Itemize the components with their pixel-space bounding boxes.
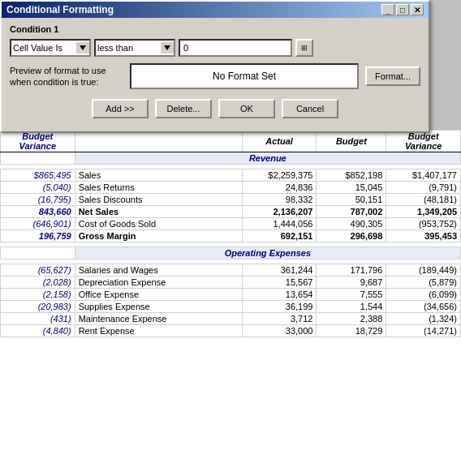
desc: Rent Expense (75, 325, 242, 337)
spreadsheet: BudgetVariance Actual Budget BudgetVaria… (0, 130, 461, 476)
preview-box: No Format Set (130, 63, 359, 89)
desc: Gross Margin (75, 230, 242, 242)
actual: 361,244 (242, 264, 317, 277)
dialog-footer: Add >> Delete... OK Cancel (10, 96, 420, 125)
variance-left: (16,795) (1, 194, 75, 206)
actual: 3,712 (242, 313, 317, 325)
budget: 9,687 (317, 277, 386, 289)
table-row: Operating Expenses (1, 247, 461, 259)
add-button[interactable]: Add >> (92, 99, 149, 118)
variance-left: (646,901) (1, 218, 75, 230)
preview-label: Preview of format to usewhen condition i… (10, 65, 123, 88)
variance-left: 843,660 (1, 206, 75, 218)
actual: 33,000 (242, 325, 317, 337)
value-input[interactable] (179, 39, 292, 57)
budget: 7,555 (317, 289, 386, 301)
desc: Cost of Goods Sold (75, 218, 242, 230)
actual: 15,567 (242, 277, 317, 289)
close-button[interactable]: ✕ (411, 4, 424, 15)
desc: Sales Returns (75, 182, 242, 194)
budget: 15,045 (317, 182, 386, 194)
variance-left: (65,627) (1, 264, 75, 277)
desc: Sales (75, 169, 242, 182)
maximize-button[interactable]: □ (396, 4, 409, 15)
condition-label: Condition 1 (10, 24, 420, 34)
actual: 2,136,207 (242, 206, 317, 218)
section-header-label: Operating Expenses (75, 247, 460, 259)
variance-right: (5,879) (386, 277, 461, 289)
variance-left: (2,158) (1, 289, 75, 301)
desc: Office Expense (75, 289, 242, 301)
variance-right: (1,324) (386, 313, 461, 325)
variance-right: (34,656) (386, 301, 461, 313)
budget: 1,544 (317, 301, 386, 313)
budget: 296,698 (317, 230, 386, 242)
budget: 490,305 (317, 218, 386, 230)
table-row: (65,627) Salaries and Wages 361,244 171,… (1, 264, 461, 277)
preview-text: No Format Set (213, 71, 276, 82)
cancel-button[interactable]: Cancel (282, 99, 338, 118)
delete-button[interactable]: Delete... (155, 99, 212, 118)
dialog-body: Condition 1 Cell Value Is less than ⊞ Pr… (2, 18, 429, 131)
table-row: 843,660 Net Sales 2,136,207 787,002 1,34… (1, 206, 461, 218)
dialog-titlebar-buttons: _ □ ✕ (381, 4, 424, 15)
section-empty-left (1, 152, 75, 165)
table-row: (4,840) Rent Expense 33,000 18,729 (14,2… (1, 325, 461, 337)
minimize-button[interactable]: _ (381, 4, 394, 15)
variance-right: 1,349,205 (386, 206, 461, 218)
actual: 24,836 (242, 182, 317, 194)
variance-left: $865,495 (1, 169, 75, 182)
budget: 2,388 (317, 313, 386, 325)
data-table: BudgetVariance Actual Budget BudgetVaria… (0, 130, 461, 337)
variance-right: (48,181) (386, 194, 461, 206)
table-row: Revenue (1, 152, 461, 165)
dialog-title: Conditional Formatting (6, 4, 114, 15)
actual: 98,332 (242, 194, 317, 206)
table-row: (2,028) Depreciation Expense 15,567 9,68… (1, 277, 461, 289)
table-row: 196,759 Gross Margin 692,151 296,698 395… (1, 230, 461, 242)
actual: $2,259,375 (242, 169, 317, 182)
table-body: Revenue $865,495 Sales $2,259,375 $852,1… (1, 152, 461, 337)
desc: Salaries and Wages (75, 264, 242, 277)
section-empty-left (1, 247, 75, 259)
variance-right: 395,453 (386, 230, 461, 242)
variance-right: $1,407,177 (386, 169, 461, 182)
cell-value-select[interactable]: Cell Value Is (10, 39, 91, 57)
condition-row: Cell Value Is less than ⊞ (10, 39, 420, 57)
table-row: (2,158) Office Expense 13,654 7,555 (6,0… (1, 289, 461, 301)
variance-right: (6,099) (386, 289, 461, 301)
table-row: (431) Maintenance Expense 3,712 2,388 (1… (1, 313, 461, 325)
desc: Net Sales (75, 206, 242, 218)
actual: 1,444,056 (242, 218, 317, 230)
budget: 171,796 (317, 264, 386, 277)
actual: 692,151 (242, 230, 317, 242)
variance-left: 196,759 (1, 230, 75, 242)
dialog-overlay: Conditional Formatting _ □ ✕ Condition 1… (0, 0, 461, 142)
section-header-label: Revenue (75, 152, 460, 165)
budget: 18,729 (317, 325, 386, 337)
table-row: (5,040) Sales Returns 24,836 15,045 (9,7… (1, 182, 461, 194)
variance-left: (4,840) (1, 325, 75, 337)
browse-button[interactable]: ⊞ (295, 39, 313, 57)
browse-icon: ⊞ (301, 44, 308, 52)
actual: 36,199 (242, 301, 317, 313)
desc: Sales Discounts (75, 194, 242, 206)
desc: Depreciation Expense (75, 277, 242, 289)
ok-button[interactable]: OK (218, 99, 275, 118)
condition-select[interactable]: less than (94, 39, 175, 57)
budget: $852,198 (317, 169, 386, 182)
variance-left: (20,983) (1, 301, 75, 313)
desc: Supplies Expense (75, 301, 242, 313)
variance-right: (14,271) (386, 325, 461, 337)
budget: 50,151 (317, 194, 386, 206)
variance-right: (9,791) (386, 182, 461, 194)
desc: Maintenance Expense (75, 313, 242, 325)
format-button[interactable]: Format... (365, 66, 420, 86)
variance-right: (953,752) (386, 218, 461, 230)
dialog-titlebar: Conditional Formatting _ □ ✕ (2, 2, 429, 18)
variance-left: (431) (1, 313, 75, 325)
table-row: $865,495 Sales $2,259,375 $852,198 $1,40… (1, 169, 461, 182)
preview-row: Preview of format to usewhen condition i… (10, 63, 420, 89)
table-row: (16,795) Sales Discounts 98,332 50,151 (… (1, 194, 461, 206)
variance-right: (189,449) (386, 264, 461, 277)
